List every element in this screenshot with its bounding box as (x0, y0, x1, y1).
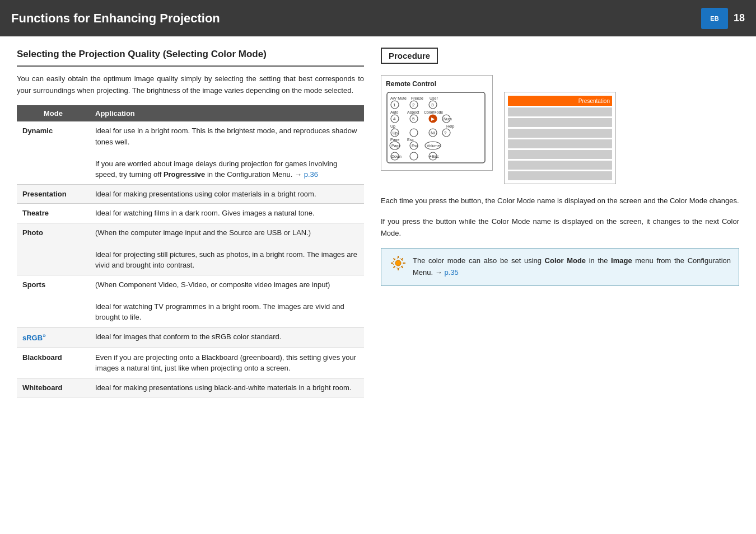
mode-table: Mode Application Dynamic Ideal for use i… (17, 105, 364, 397)
bold-color-mode: Color Mode (545, 256, 586, 265)
mode-label: Sports (17, 275, 90, 327)
svg-rect-0 (387, 92, 485, 163)
svg-text:Auto: Auto (390, 110, 399, 114)
svg-text:A/V Mute: A/V Mute (390, 96, 407, 100)
svg-text:3: 3 (431, 102, 434, 107)
table-row: sRGB» Ideal for images that conform to t… (17, 327, 364, 348)
svg-text:Up: Up (393, 131, 398, 135)
remote-section: Remote Control A/V Mute Freeze User 1 2 … (381, 75, 739, 184)
mode-label: Dynamic (17, 121, 90, 184)
svg-text:Volume: Volume (427, 144, 440, 148)
svg-text:NI: NI (431, 130, 435, 135)
color-mode-row (508, 118, 612, 127)
bold-image: Image (611, 256, 632, 265)
svg-text:Aspect: Aspect (407, 110, 419, 115)
svg-text:ColorMode: ColorMode (424, 110, 443, 114)
svg-point-25 (410, 129, 418, 137)
svg-text:Num: Num (444, 117, 452, 121)
mode-label: Presentation (17, 184, 90, 204)
svg-text:Down: Down (391, 154, 402, 158)
color-mode-row (508, 150, 612, 159)
table-row: Presentation Ideal for making presentati… (17, 184, 364, 204)
tip-icon (389, 254, 407, 278)
mode-description: Ideal for use in a bright room. This is … (90, 121, 364, 184)
mode-description: Even if you are projecting onto a Blackb… (90, 348, 364, 378)
logo: EB (701, 8, 728, 29)
srgb-arrows: » (43, 332, 46, 339)
color-mode-row (508, 129, 612, 138)
color-mode-row (508, 107, 612, 116)
svg-point-40 (410, 152, 418, 160)
color-mode-row (508, 139, 612, 148)
remote-svg: A/V Mute Freeze User 1 2 3 Auto Aspect C… (386, 91, 487, 164)
mode-description: (When the computer image input and the S… (90, 223, 364, 275)
svg-text:Page: Page (391, 144, 400, 148)
link-p35[interactable]: p.35 (444, 268, 458, 277)
mode-description: Ideal for watching films in a dark room.… (90, 204, 364, 223)
svg-text:?: ? (444, 130, 447, 135)
svg-text:Freeze: Freeze (411, 96, 423, 100)
tip-svg-icon (389, 254, 407, 272)
svg-point-43 (395, 260, 401, 266)
page-number: 18 (734, 12, 745, 24)
remote-label: Remote Control (386, 80, 488, 88)
table-row: Whiteboard Ideal for making presentation… (17, 378, 364, 397)
remote-control-diagram: Remote Control A/V Mute Freeze User 1 2 … (381, 75, 493, 171)
mode-label: sRGB» (17, 327, 90, 348)
mode-label: Theatre (17, 204, 90, 223)
svg-text:Up: Up (390, 124, 395, 129)
table-row: Sports (When Component Video, S-Video, o… (17, 275, 364, 327)
screen-preview: Presentation (504, 92, 616, 184)
section-title: Selecting the Projection Quality (Select… (17, 48, 364, 67)
table-row: Photo (When the computer image input and… (17, 223, 364, 275)
mode-description: Ideal for images that conform to the sRG… (90, 327, 364, 348)
procedure-label: Procedure (381, 48, 438, 64)
svg-text:1: 1 (393, 102, 396, 107)
table-row: Dynamic Ideal for use in a bright room. … (17, 121, 364, 184)
arrow-icon: → (295, 170, 302, 179)
mode-label: Blackboard (17, 348, 90, 378)
color-mode-highlighted-row: Presentation (508, 96, 612, 106)
svg-text:Help: Help (446, 124, 455, 129)
mode-description: (When Component Video, S-Video, or compo… (90, 275, 364, 327)
desc-text-2: If you press the button while the Color … (381, 216, 739, 240)
mode-description: Ideal for making presentations using col… (90, 184, 364, 204)
mode-label: Whiteboard (17, 378, 90, 397)
mode-description: Ideal for making presentations using bla… (90, 378, 364, 397)
table-row: Blackboard Even if you are projecting on… (17, 348, 364, 378)
svg-text:Esc: Esc (407, 138, 414, 142)
header-title: Functions for Enhancing Projection (11, 11, 220, 26)
color-mode-display: Presentation (504, 92, 616, 184)
header-right: EB 18 (701, 8, 745, 29)
mode-label: Photo (17, 223, 90, 275)
svg-text:+Esc: +Esc (429, 154, 439, 159)
svg-text:4: 4 (393, 116, 396, 121)
svg-text:5: 5 (412, 116, 415, 121)
color-mode-row (508, 161, 612, 170)
svg-text:Esc: Esc (412, 144, 418, 148)
arrow-icon: → (435, 268, 442, 277)
srgb-link[interactable]: sRGB» (22, 334, 46, 342)
link-p36[interactable]: p.36 (304, 170, 318, 179)
svg-text:▶: ▶ (431, 116, 435, 121)
svg-line-50 (402, 259, 403, 260)
main-content: Selecting the Projection Quality (Select… (0, 36, 756, 409)
svg-text:2: 2 (412, 102, 415, 107)
svg-text:User: User (430, 96, 438, 100)
right-column: Procedure Remote Control A/V Mute Freeze… (381, 48, 739, 397)
section-intro: You can easily obtain the optimum image … (17, 73, 364, 97)
tip-box: The color mode can also be set using Col… (381, 248, 739, 286)
bold-progressive: Progressive (164, 170, 205, 179)
left-column: Selecting the Projection Quality (Select… (17, 48, 364, 397)
color-mode-row (508, 171, 612, 180)
table-header-application: Application (90, 105, 364, 121)
tip-text: The color mode can also be set using Col… (413, 255, 731, 279)
table-header-mode: Mode (17, 105, 90, 121)
table-row: Theatre Ideal for watching films in a da… (17, 204, 364, 223)
desc-text-1: Each time you press the button, the Colo… (381, 195, 739, 207)
page-header: Functions for Enhancing Projection EB 18 (0, 0, 756, 36)
